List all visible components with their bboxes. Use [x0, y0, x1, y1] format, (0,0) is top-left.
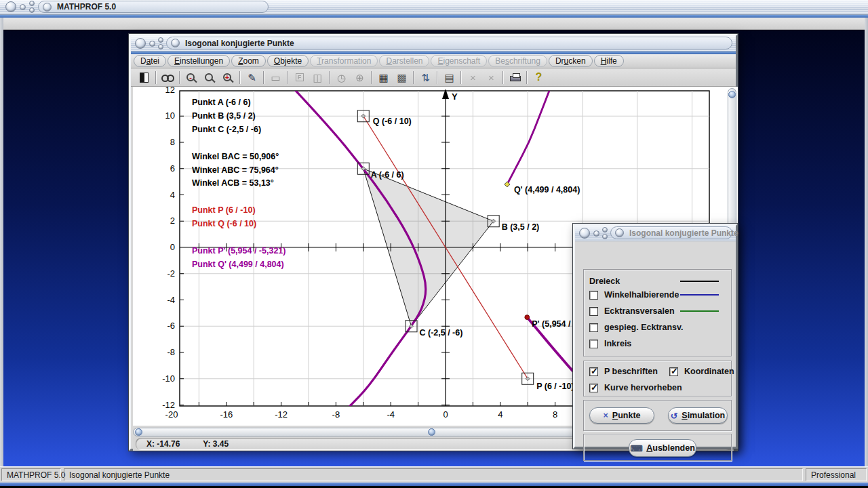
legend-label: Winkelhalbierende [604, 290, 679, 300]
checkbox[interactable] [589, 340, 598, 348]
y-tick-label: 10 [165, 110, 175, 121]
line-swatch [680, 294, 719, 296]
layout-swap-icon[interactable]: ⇅ [416, 70, 435, 85]
y-tick-label: -10 [162, 373, 175, 384]
menu-datei[interactable]: Datei [134, 55, 166, 67]
statusbar-edition: Professional [806, 468, 867, 481]
option-kurve-hervorheben[interactable]: ✓Kurve hervorheben [589, 383, 682, 392]
ausblenden-button[interactable]: ⌨Ausblenden [629, 439, 696, 457]
point-label-B: B (3,5 / 2) [502, 222, 540, 232]
legend-row: Winkelhalbierende [589, 289, 727, 301]
print-icon[interactable] [506, 70, 524, 85]
menu-hilfe[interactable]: Hilfe [594, 55, 624, 67]
legend-label: gespieg. Ecktransv. [604, 323, 684, 332]
checkbox[interactable] [589, 291, 598, 300]
punkte-button[interactable]: ×Punkte [589, 407, 654, 424]
annotation-line: Punkt Q (-6 / 10) [192, 219, 256, 228]
hide-icon: ⌨ [630, 443, 642, 453]
y-tick-label: -8 [167, 347, 175, 357]
screen: MATHPROF 5.0 Isogonal konjugierte Punkte… [0, 0, 868, 488]
vertical-scroll-thumb[interactable] [728, 91, 736, 98]
menu-zoom[interactable]: Zoom [231, 55, 266, 67]
minimize-button[interactable] [593, 230, 599, 237]
toolbar-separator [287, 71, 288, 84]
y-axis-label: Y [452, 92, 458, 102]
toolbar-separator [413, 71, 414, 84]
checkbox[interactable] [589, 323, 598, 332]
copy-pages-icon[interactable]: ▤ [440, 70, 458, 85]
restore-button[interactable] [158, 44, 163, 49]
maximize-button[interactable] [602, 227, 608, 232]
app-statusbar: MATHPROF 5.0 Isogonal konjugierte Punkte… [0, 466, 868, 483]
checkbox[interactable]: ✓ [669, 367, 678, 376]
frame-edge-right [865, 18, 868, 466]
simulation-button[interactable]: ↺Simulation [668, 407, 728, 424]
maximize-button[interactable] [29, 1, 35, 6]
contrast-panel-icon[interactable] [135, 70, 153, 85]
restore-button[interactable] [602, 234, 608, 239]
checkbox[interactable] [589, 307, 598, 316]
option-row: ✓P beschriften✓Koordinaten [589, 365, 727, 378]
scroll-left-button[interactable] [135, 428, 142, 436]
legend-label: Ecktransversalen [604, 306, 675, 316]
legend-groupbox: DreieckWinkelhalbierendeEcktransversalen… [583, 269, 732, 357]
menu-bar: DateiEinstellungenZoomObjekteTransformat… [131, 54, 736, 68]
annotation-line: Punkt P' (5,954 / -5,321) [192, 246, 285, 256]
dialog-title-pill: Isogonal konjugierte Punkte [610, 226, 732, 239]
option-p-beschriften[interactable]: ✓P beschriften [589, 367, 658, 376]
view-glasses-icon[interactable] [159, 70, 177, 85]
y-tick-label: 6 [170, 163, 175, 174]
checkbox[interactable]: ✓ [589, 367, 598, 376]
properties-icon[interactable]: ✎ [243, 70, 261, 85]
checkbox[interactable]: ✓ [589, 384, 598, 392]
menu-eigenschaft: Eigenschaft [431, 55, 487, 67]
table-calc-icon[interactable]: ▩ [393, 70, 411, 85]
x-tick-label: -16 [220, 409, 233, 420]
point-label-C: C (-2,5 / -6) [420, 328, 463, 338]
menu-drucken[interactable]: Drucken [549, 55, 593, 67]
maximize-button[interactable] [158, 37, 163, 43]
toolbar-separator [502, 71, 504, 84]
x-tick-label: -4 [387, 409, 395, 420]
menu-einstellungen[interactable]: Einstellungen [167, 55, 230, 67]
toolbar-separator [263, 71, 264, 84]
x-tick-label: -12 [275, 409, 288, 420]
dialog-titlebar[interactable]: Isogonal konjugierte Punkte [575, 226, 736, 241]
zoom-in-icon[interactable]: + [219, 70, 237, 85]
x-tick-label: 0 [443, 409, 448, 420]
option-koordinaten[interactable]: ✓Koordinaten [669, 367, 734, 376]
toolbar-separator [437, 71, 438, 84]
x-tick-label: -20 [165, 409, 178, 420]
cursor-x-readout: X: -14.76 [146, 439, 180, 449]
y-tick-label: -6 [167, 321, 175, 331]
graph-window-titlebar[interactable]: Isogonal konjugierte Punkte [131, 36, 736, 52]
close-button[interactable] [579, 228, 590, 239]
menu-objekte[interactable]: Objekte [267, 55, 309, 67]
statusbar-module-name: Isogonal konjugierte Punkte [64, 468, 803, 481]
legend-label: Dreieck [589, 277, 620, 286]
minimize-button[interactable] [20, 4, 26, 10]
toolbar-separator [329, 71, 330, 84]
toolbar-separator [179, 71, 180, 84]
punkte-icon: × [604, 411, 608, 420]
close-button[interactable] [135, 38, 146, 49]
zoom-reset-icon[interactable] [201, 70, 219, 85]
menu-darstellen: Darstellen [379, 55, 429, 67]
restore-button[interactable] [29, 7, 35, 13]
horizontal-scroll-thumb[interactable] [428, 428, 435, 436]
y-tick-label: 0 [170, 242, 175, 252]
zoom-out-icon[interactable]: - [182, 70, 201, 85]
line-swatch [680, 281, 719, 282]
statusbar-app-name: MATHPROF 5.0 [1, 468, 61, 481]
option-label: Koordinaten [684, 367, 734, 376]
marker-P'[interactable] [525, 315, 530, 320]
y-tick-label: -12 [162, 400, 175, 410]
hide-groupbox: ⌨Ausblenden [583, 434, 732, 461]
dialog-title: Isogonal konjugierte Punkte [629, 228, 738, 238]
close-button[interactable] [5, 1, 16, 12]
annotation-line: Winkel BAC = 50,906° [192, 152, 279, 161]
y-tick-label: 2 [170, 216, 175, 226]
table-icon[interactable]: ▦ [374, 70, 393, 85]
minimize-button[interactable] [149, 41, 155, 47]
help-icon[interactable]: ? [530, 70, 548, 85]
